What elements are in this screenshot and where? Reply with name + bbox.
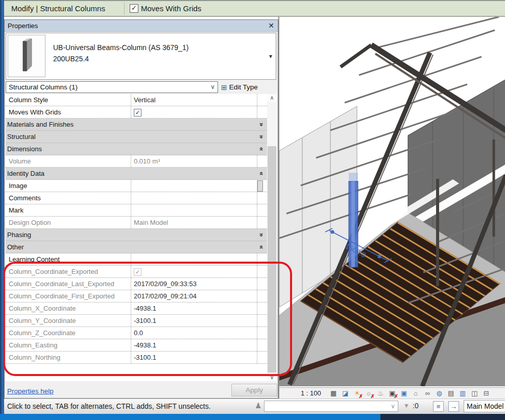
- status-bar: Click to select, TAB for alternates, CTR…: [4, 399, 505, 414]
- type-selector[interactable]: UB-Universal Beams-Column (AS 3679_1) 20…: [6, 33, 276, 80]
- group-label: Phasing: [6, 229, 31, 241]
- property-label: Column_Y_Coordinate: [6, 315, 131, 326]
- displaced-elements-icon[interactable]: ◫: [469, 389, 480, 398]
- property-value-cell[interactable]: 2017/02/09_09:21:04: [131, 290, 257, 302]
- editing-requests-icon[interactable]: ♟: [255, 401, 261, 410]
- property-row: Moves With Grids✓: [6, 106, 267, 119]
- property-row: Column_Y_Coordinate-3100.1: [6, 315, 267, 327]
- property-value-cell[interactable]: Main Model: [131, 217, 257, 228]
- dimension-grip[interactable]: [330, 230, 334, 234]
- dimension-grip[interactable]: [377, 254, 381, 258]
- properties-title: Properties: [8, 22, 38, 30]
- property-value-cell[interactable]: [131, 253, 257, 265]
- property-value-cell[interactable]: ✓: [131, 106, 257, 118]
- scroll-down-icon[interactable]: ∨: [267, 374, 277, 381]
- properties-title-bar[interactable]: Properties ✕: [5, 20, 278, 32]
- window-border-left: [0, 0, 4, 414]
- collapse-group-icon[interactable]: «: [256, 245, 267, 249]
- filter-icon[interactable]: ▼: [403, 402, 410, 409]
- property-label: Column_Easting: [6, 339, 131, 351]
- expand-group-icon[interactable]: »: [256, 135, 267, 138]
- revit-window: Modify | Structural Columns ✓ Moves With…: [0, 0, 505, 420]
- crop-region-visibility-icon[interactable]: ▣: [399, 389, 410, 398]
- select-newly-editable-icon[interactable]: →: [448, 401, 459, 412]
- property-row: Comments: [6, 192, 267, 204]
- edit-type-button[interactable]: ⊞ Edit Type: [221, 81, 277, 93]
- ribbon-context-bar: Modify | Structural Columns ✓ Moves With…: [4, 0, 505, 17]
- row-edge-column: [257, 94, 267, 106]
- crop-view-icon[interactable]: ▣✗: [387, 389, 398, 398]
- detail-level-icon[interactable]: ▦: [328, 389, 339, 398]
- property-value-cell[interactable]: 0.0: [131, 327, 257, 339]
- property-value-cell[interactable]: [131, 192, 257, 204]
- temporary-view-properties-icon[interactable]: ▤: [446, 389, 456, 398]
- shadows-icon[interactable]: ☼✗: [364, 389, 374, 398]
- model-view-canvas[interactable]: 1500.0: [278, 17, 505, 387]
- view-scale-button[interactable]: 1 : 100: [301, 389, 321, 397]
- type-dropdown-icon[interactable]: ▾: [269, 53, 272, 60]
- property-value-cell[interactable]: 2017/02/09_09:33:53: [131, 278, 257, 290]
- view-toolbar-icons: ▦◪☀✗☼✗♨▣✗▣⌂∞◍▤▥◫⊟: [328, 389, 492, 398]
- row-edge-column: [257, 204, 267, 216]
- group-header-row[interactable]: Structural»: [6, 131, 267, 143]
- render-dialog-icon[interactable]: ♨: [375, 389, 386, 398]
- property-value-cell[interactable]: Vertical: [131, 94, 257, 106]
- row-edge-column: [257, 290, 267, 302]
- properties-help-link[interactable]: Properties help: [7, 387, 54, 395]
- property-row: Column StyleVertical: [6, 94, 267, 106]
- group-header-row[interactable]: Other«: [6, 241, 267, 253]
- context-tab-label: Modify | Structural Columns: [11, 4, 105, 13]
- apply-button[interactable]: Apply: [231, 384, 277, 396]
- visual-style-icon[interactable]: ◪: [340, 389, 351, 398]
- property-value-cell[interactable]: -4938.1: [131, 339, 257, 351]
- collapse-group-icon[interactable]: «: [256, 147, 267, 151]
- group-label: Other: [6, 241, 24, 253]
- property-row: Column_X_Coordinate-4938.1: [6, 302, 267, 315]
- close-icon[interactable]: ✕: [268, 21, 274, 30]
- expand-group-icon[interactable]: »: [256, 233, 267, 237]
- property-value-cell[interactable]: 0.010 m³: [131, 155, 257, 167]
- worksharing-display-icon[interactable]: ▥: [458, 389, 468, 398]
- expand-group-icon[interactable]: »: [256, 123, 267, 126]
- row-edge-column: [257, 315, 267, 326]
- design-option-combobox[interactable]: Main Model: [464, 400, 505, 412]
- property-value-cell[interactable]: -4938.1: [131, 302, 257, 314]
- reveal-hidden-elements-icon[interactable]: ◍: [434, 389, 445, 398]
- scroll-up-icon[interactable]: ∧: [267, 94, 277, 102]
- group-header-row[interactable]: Phasing»: [6, 229, 267, 241]
- property-value-cell[interactable]: ✓: [131, 266, 257, 277]
- group-label: Materials and Finishes: [6, 119, 74, 130]
- worksets-dialog-icon[interactable]: ≡: [433, 401, 444, 412]
- active-workset-combobox[interactable]: ∨: [264, 401, 398, 412]
- scrollbar-thumb[interactable]: [268, 146, 276, 372]
- collapse-group-icon[interactable]: «: [256, 172, 267, 175]
- moves-with-grids-checkbox[interactable]: ✓: [130, 4, 138, 13]
- temporary-hide-isolate-icon[interactable]: ∞: [422, 389, 433, 398]
- value-checkbox: ✓: [134, 268, 141, 276]
- value-checkbox[interactable]: ✓: [134, 109, 141, 116]
- property-value-cell[interactable]: -3100.1: [131, 315, 257, 326]
- group-header-row[interactable]: Identity Data«: [6, 168, 267, 180]
- property-row: Column_Northing-3100.1: [6, 352, 267, 364]
- inner-scrollbar-thumb[interactable]: [257, 180, 263, 192]
- property-value-cell[interactable]: [131, 180, 257, 192]
- moves-with-grids-label: Moves With Grids: [141, 4, 201, 13]
- property-label: Column_Northing: [6, 352, 131, 363]
- locked-3d-view-icon[interactable]: ⌂: [411, 389, 421, 398]
- property-value-cell[interactable]: [131, 204, 257, 216]
- design-option-value: Main Model: [467, 402, 503, 410]
- ribbon-divider: [124, 3, 125, 15]
- sun-path-icon[interactable]: ☀✗: [352, 389, 363, 398]
- view-control-bar: 1 : 100 ▦◪☀✗☼✗♨▣✗▣⌂∞◍▤▥◫⊟: [278, 387, 505, 399]
- edit-type-label: Edit Type: [229, 83, 258, 91]
- property-row: Column_Coordinate_First_Exported2017/02/…: [6, 290, 267, 302]
- detail-level-icon-glyph: ▦: [330, 389, 336, 397]
- reveal-constraints-icon[interactable]: ⊟: [481, 389, 492, 398]
- chevron-down-icon[interactable]: ∨: [210, 83, 215, 90]
- chevron-down-icon: ∨: [391, 403, 395, 410]
- disabled-badge-icon: ✗: [370, 393, 374, 399]
- group-header-row[interactable]: Materials and Finishes»: [6, 119, 267, 131]
- group-header-row[interactable]: Dimensions«: [6, 143, 267, 155]
- selection-filter-combobox[interactable]: Structural Columns (1) ∨: [6, 81, 218, 93]
- property-value-cell[interactable]: -3100.1: [131, 352, 257, 363]
